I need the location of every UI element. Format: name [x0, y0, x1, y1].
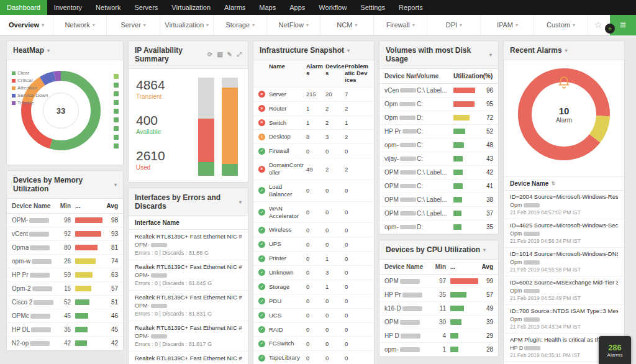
- table-row[interactable]: ✓Load Balancer000: [253, 180, 374, 202]
- table-row[interactable]: HP Pr3557: [379, 288, 498, 302]
- list-item[interactable]: Realtek RTL8139C+ Fast Ethernet NIC #3-E…: [129, 352, 248, 364]
- heatmap-cell[interactable]: [114, 91, 119, 96]
- col-alarms[interactable]: Alarms: [306, 63, 325, 77]
- chevron-down-icon[interactable]: ▾: [489, 52, 492, 58]
- donut-chart-svg[interactable]: [517, 68, 611, 161]
- nav-item-settings[interactable]: Settings: [353, 0, 392, 15]
- nav-item-apps[interactable]: Apps: [283, 0, 312, 15]
- favorite-star-icon[interactable]: ☆: [594, 19, 602, 30]
- table-row[interactable]: ✓UCS000: [253, 309, 374, 323]
- table-row[interactable]: ✓Storage010: [253, 280, 374, 294]
- ip-availability-bar-chart[interactable]: [198, 75, 240, 176]
- table-row[interactable]: Cisco 25251: [7, 296, 123, 309]
- table-row[interactable]: HP PrC:52: [379, 125, 498, 139]
- table-row[interactable]: opm-128: [379, 343, 498, 357]
- tab-firewall[interactable]: Firewall▾: [374, 15, 427, 35]
- table-row[interactable]: ✕DomainController4922: [253, 158, 374, 180]
- chevron-down-icon[interactable]: ▾: [347, 48, 350, 53]
- list-item[interactable]: Realtek RTL8139C+ Fast Ethernet NIC #3-N…: [129, 260, 248, 291]
- nav-item-dashboard[interactable]: Dashboard: [0, 0, 47, 15]
- volumes-panel-header[interactable]: Volumes with most Disk Usage ▾: [379, 41, 498, 69]
- table-row[interactable]: OPM9799: [379, 275, 498, 288]
- table-row[interactable]: ✓TapeLibrary000: [253, 351, 374, 364]
- tab-virtualization[interactable]: Virtualization▾: [160, 15, 214, 35]
- nav-item-servers[interactable]: Servers: [127, 0, 165, 15]
- alarm-count-badge[interactable]: 286 Alarms: [599, 336, 631, 364]
- table-row[interactable]: opm-w2674: [7, 255, 123, 268]
- tab-storage[interactable]: Storage▾: [214, 15, 267, 35]
- table-row[interactable]: ✕Server215207: [253, 88, 374, 102]
- list-item[interactable]: Realtek RTL8139C+ Fast Ethernet NIC #3-W…: [129, 321, 248, 352]
- table-row[interactable]: HP D429: [379, 329, 498, 343]
- nav-item-workflow[interactable]: Workflow: [312, 0, 353, 15]
- report-icon[interactable]: ▤: [217, 51, 222, 58]
- interfaces-list-header[interactable]: Interface Name: [129, 216, 248, 230]
- table-row[interactable]: vCenC:\ Label...96: [379, 84, 498, 98]
- heatmap-cell[interactable]: [114, 109, 119, 114]
- list-item[interactable]: ID=4625 Source=Microsoft-Windows-Securit…: [504, 219, 624, 248]
- tab-ncm[interactable]: NCM▾: [320, 15, 374, 35]
- table-row[interactable]: HP Pr5963: [7, 268, 123, 282]
- sort-icon[interactable]: ⇅: [551, 181, 555, 186]
- list-item[interactable]: ID=2004 Source=Microsoft-Windows-Resourc…: [504, 191, 624, 219]
- heatmap-cell[interactable]: [114, 135, 119, 140]
- table-row[interactable]: ✓Unknown030: [253, 266, 374, 280]
- infrastructure-panel-header[interactable]: Infrastructure Snapshot ▾: [253, 41, 374, 60]
- chevron-down-icon[interactable]: ▾: [483, 247, 486, 253]
- table-row[interactable]: ✓Printer010: [253, 252, 374, 266]
- table-row[interactable]: ✕Router122: [253, 102, 374, 116]
- col-min[interactable]: Min: [431, 263, 446, 270]
- table-row[interactable]: OPM3039: [379, 316, 498, 329]
- tab-custom[interactable]: Custom▾: [534, 15, 588, 35]
- tab-server[interactable]: Server▾: [107, 15, 160, 35]
- col-volume[interactable]: Volume: [417, 73, 453, 80]
- table-row[interactable]: HP DL3545: [7, 323, 123, 337]
- stacked-bar[interactable]: [198, 78, 214, 176]
- heatmap-panel-header[interactable]: HeatMap ▾: [7, 41, 123, 60]
- table-row[interactable]: ✓FCSwitch000: [253, 337, 374, 351]
- ip-panel-header[interactable]: IP Availability Summary ⟳▤✎⤢: [129, 41, 248, 69]
- heatmap-cell[interactable]: [114, 100, 119, 105]
- table-row[interactable]: vijay-C:43: [379, 152, 498, 166]
- heatmap-cell[interactable]: [114, 83, 119, 88]
- widget-menu-button[interactable]: ≡ +: [610, 15, 636, 35]
- chevron-down-icon[interactable]: ▾: [239, 199, 242, 205]
- tab-dpi[interactable]: DPI▾: [427, 15, 481, 35]
- col-problematic-devices[interactable]: Problematic Devices: [345, 63, 369, 84]
- cpu-panel-header[interactable]: Devices by CPU Utilization ▾: [379, 240, 498, 260]
- tab-ipam[interactable]: IPAM▾: [481, 15, 534, 35]
- heatmap-cell[interactable]: [114, 143, 119, 148]
- table-row[interactable]: ✓Firewall000: [253, 144, 374, 158]
- chevron-down-icon[interactable]: ▾: [114, 182, 117, 188]
- refresh-icon[interactable]: ⟳: [207, 51, 212, 58]
- table-row[interactable]: OpmD:72: [379, 111, 498, 125]
- tab-network[interactable]: Network▾: [53, 15, 107, 35]
- col-devices[interactable]: Devices: [325, 63, 345, 77]
- tab-netflow[interactable]: NetFlow▾: [267, 15, 320, 35]
- interfaces-panel-header[interactable]: Interfaces by Errors and Discards ▾: [129, 188, 248, 216]
- col-device-name[interactable]: Device Name: [384, 263, 431, 270]
- memory-panel-header[interactable]: Devices by Memory Utilization ▾: [7, 171, 123, 199]
- col-device-name[interactable]: Device Name: [384, 73, 417, 80]
- nav-item-reports[interactable]: Reports: [392, 0, 430, 15]
- expand-icon[interactable]: ⤢: [237, 51, 242, 58]
- table-row[interactable]: OpmC:95: [379, 98, 498, 111]
- col-utilization[interactable]: Utilization(%): [453, 73, 493, 80]
- table-row[interactable]: ✓WAN Accelerator000: [253, 202, 374, 224]
- table-row[interactable]: k16-D1149: [379, 302, 498, 316]
- table-row[interactable]: !Desktop832: [253, 130, 374, 144]
- table-row[interactable]: ✕Switch121: [253, 116, 374, 130]
- nav-item-virtualization[interactable]: Virtualization: [165, 0, 217, 15]
- nav-item-maps[interactable]: Maps: [252, 0, 283, 15]
- table-row[interactable]: ✓Wireless000: [253, 223, 374, 237]
- add-widget-badge[interactable]: +: [605, 24, 615, 34]
- heatmap-cell[interactable]: [114, 126, 119, 131]
- table-row[interactable]: OPMC:\ Label...37: [379, 207, 498, 221]
- list-item[interactable]: ID=1014 Source=Microsoft-Windows-DNS-Cli…: [504, 248, 624, 276]
- heatmap-cell[interactable]: [114, 74, 119, 79]
- table-row[interactable]: opm-D:35: [379, 221, 498, 234]
- col-name[interactable]: Name: [269, 63, 306, 70]
- table-row[interactable]: ✓PDU000: [253, 294, 374, 309]
- stacked-bar[interactable]: [222, 78, 238, 176]
- col-device-name[interactable]: Device Name: [12, 202, 56, 209]
